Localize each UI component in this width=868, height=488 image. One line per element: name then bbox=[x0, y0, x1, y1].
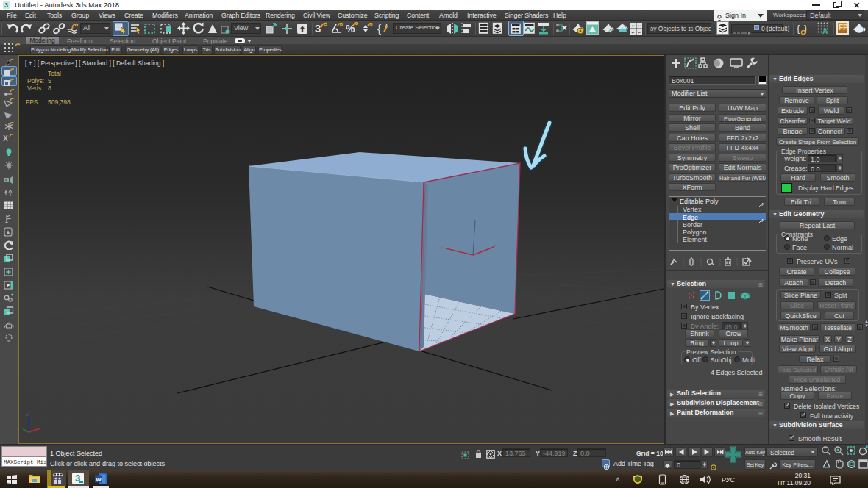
svg-text:↩: ↩ bbox=[638, 24, 641, 29]
svg-text:Verts:: Verts: bbox=[27, 85, 43, 92]
svg-text:x: x bbox=[494, 243, 497, 248]
svg-text:z: z bbox=[26, 412, 29, 417]
svg-text:A: A bbox=[822, 27, 828, 35]
svg-text:↩: ↩ bbox=[632, 24, 635, 29]
svg-text:X: X bbox=[3, 134, 8, 143]
svg-text:509,398: 509,398 bbox=[48, 98, 71, 106]
svg-text:Total: Total bbox=[48, 70, 61, 77]
svg-text:Polys:: Polys: bbox=[27, 77, 44, 85]
svg-text:3: 3 bbox=[315, 22, 321, 35]
svg-text:}: } bbox=[804, 23, 808, 34]
svg-text:{: { bbox=[377, 22, 381, 35]
svg-text:z: z bbox=[474, 213, 476, 218]
svg-text:4: 4 bbox=[608, 27, 612, 35]
svg-text:8: 8 bbox=[48, 85, 51, 92]
svg-text:FPS:: FPS: bbox=[26, 98, 40, 106]
svg-text:5: 5 bbox=[48, 77, 51, 85]
svg-text:[ + ] [ Perspective ] [ Standa: [ + ] [ Perspective ] [ Standard ] [ Def… bbox=[25, 60, 164, 67]
svg-text:↩: ↩ bbox=[632, 31, 635, 35]
svg-text:↩: ↩ bbox=[638, 31, 641, 35]
svg-text:{: { bbox=[797, 23, 800, 34]
svg-text:W: W bbox=[96, 476, 102, 483]
svg-text:y: y bbox=[441, 245, 444, 249]
